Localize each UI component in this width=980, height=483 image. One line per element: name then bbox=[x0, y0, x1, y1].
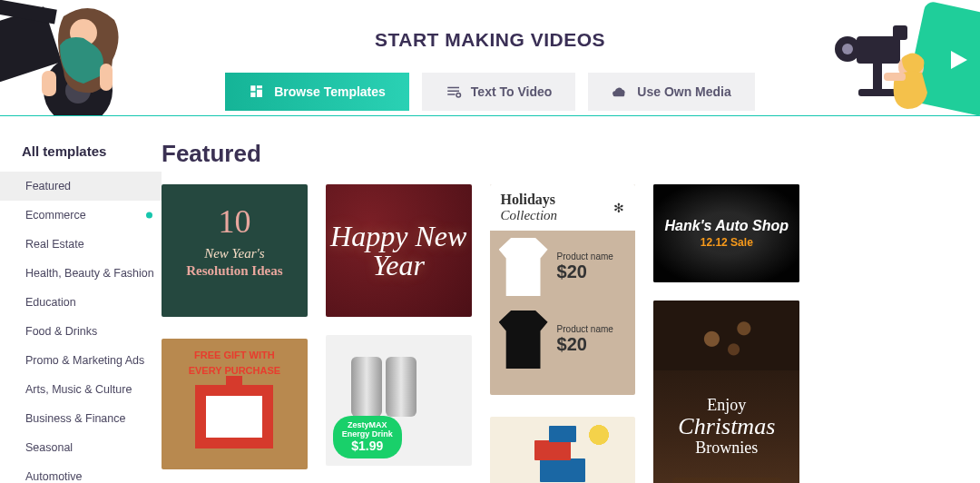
product-label: Product name bbox=[557, 324, 613, 334]
grid-icon bbox=[249, 84, 265, 100]
indicator-dot bbox=[146, 212, 152, 219]
brownies-l3: Brownies bbox=[695, 439, 758, 457]
svg-rect-14 bbox=[858, 89, 897, 96]
template-card-brownies[interactable]: Enjoy Christmas Brownies bbox=[653, 301, 799, 483]
brownie-crumb-illustration bbox=[653, 301, 799, 370]
tab-own-label: Use Own Media bbox=[637, 84, 730, 99]
svg-point-11 bbox=[842, 44, 853, 54]
product-price: $20 bbox=[557, 334, 613, 355]
hero: START MAKING VIDEOS Browse Templates Tex… bbox=[0, 0, 980, 116]
section-title: Featured bbox=[162, 140, 980, 168]
template-card-auto-shop[interactable]: Hank's Auto Shop 12.12 Sale bbox=[653, 184, 799, 282]
autoshop-name: Hank's Auto Shop bbox=[665, 218, 789, 234]
tab-text-label: Text To Video bbox=[471, 84, 552, 99]
cloud-upload-icon bbox=[612, 84, 628, 100]
category-promo-marketing[interactable]: Promo & Marketing Ads bbox=[0, 346, 162, 375]
tab-browse-label: Browse Templates bbox=[274, 84, 386, 99]
template-card-resolutions[interactable]: 10 New Year's Resolution Ideas bbox=[162, 184, 308, 317]
brownies-l1: Enjoy bbox=[707, 396, 746, 414]
category-health-beauty[interactable]: Health, Beauty & Fashion bbox=[0, 259, 162, 288]
svg-rect-18 bbox=[257, 85, 262, 88]
cans-illustration bbox=[351, 357, 416, 417]
tab-text-to-video[interactable]: Text To Video bbox=[422, 73, 575, 111]
template-card-holidays-collection[interactable]: Holidays Collection ✻ Product name $20 P bbox=[490, 184, 636, 395]
tab-use-own-media[interactable]: Use Own Media bbox=[588, 73, 754, 111]
price-pill: ZestyMAX Energy Drink $1.99 bbox=[333, 416, 402, 458]
product-price: $20 bbox=[557, 261, 613, 282]
category-seasonal[interactable]: Seasonal bbox=[0, 433, 162, 462]
autoshop-sale: 12.12 Sale bbox=[701, 236, 753, 249]
hero-illustration-right bbox=[808, 0, 980, 116]
product-label: Product name bbox=[557, 251, 613, 261]
svg-rect-19 bbox=[257, 90, 262, 97]
template-card-dear-friends[interactable]: To our dear friends and family bbox=[490, 417, 636, 483]
template-card-happy-new-year[interactable]: Happy New Year bbox=[326, 184, 472, 317]
svg-rect-12 bbox=[893, 25, 907, 40]
newyear-text: Happy New Year bbox=[326, 222, 472, 280]
category-ecommerce[interactable]: Ecommerce bbox=[0, 201, 162, 230]
text-lines-icon bbox=[446, 84, 462, 100]
template-grid: 10 New Year's Resolution Ideas FREE GIFT… bbox=[162, 184, 980, 483]
svg-rect-17 bbox=[250, 85, 255, 91]
category-food-drinks[interactable]: Food & Drinks bbox=[0, 317, 162, 346]
category-automotive[interactable]: Automotive bbox=[0, 462, 162, 483]
category-real-estate[interactable]: Real Estate bbox=[0, 230, 162, 259]
snowflake-icon: ✻ bbox=[613, 201, 624, 215]
tab-browse-templates[interactable]: Browse Templates bbox=[225, 73, 409, 111]
gift-boxes-illustration bbox=[526, 428, 599, 482]
svg-rect-20 bbox=[250, 93, 255, 97]
hero-illustration-left bbox=[0, 0, 154, 116]
resolutions-number: 10 bbox=[162, 202, 308, 241]
holidays-title2: Collection bbox=[501, 208, 558, 223]
template-card-energy-drink[interactable]: ZestyMAX Energy Drink $1.99 bbox=[326, 335, 472, 466]
sidebar: All templates Featured Ecommerce Real Es… bbox=[0, 116, 162, 483]
gift-line2: EVERY PURCHASE bbox=[189, 365, 280, 376]
resolutions-line1: New Year's bbox=[162, 246, 308, 261]
product-thumb bbox=[499, 238, 548, 296]
category-business-finance[interactable]: Business & Finance bbox=[0, 404, 162, 433]
category-education[interactable]: Education bbox=[0, 288, 162, 317]
holidays-title1: Holidays bbox=[501, 192, 558, 208]
product-thumb bbox=[499, 310, 548, 369]
resolutions-line2: Resolution Ideas bbox=[162, 263, 308, 279]
sidebar-title: All templates bbox=[0, 143, 162, 172]
svg-rect-6 bbox=[100, 64, 113, 91]
brownies-l2: Christmas bbox=[678, 415, 775, 439]
svg-rect-16 bbox=[884, 73, 906, 81]
svg-rect-13 bbox=[873, 64, 882, 91]
category-arts-music[interactable]: Arts, Music & Culture bbox=[0, 375, 162, 404]
category-featured[interactable]: Featured bbox=[0, 172, 162, 201]
svg-rect-5 bbox=[42, 71, 56, 96]
brownie-pan-illustration bbox=[672, 478, 781, 484]
svg-rect-9 bbox=[857, 36, 900, 64]
svg-point-24 bbox=[456, 94, 461, 98]
gift-box-illustration bbox=[195, 385, 273, 448]
main: Featured 10 New Year's Resolution Ideas … bbox=[162, 116, 980, 483]
gift-line1: FREE GIFT WITH bbox=[194, 350, 275, 360]
template-card-free-gift[interactable]: FREE GIFT WITH EVERY PURCHASE bbox=[162, 339, 308, 469]
